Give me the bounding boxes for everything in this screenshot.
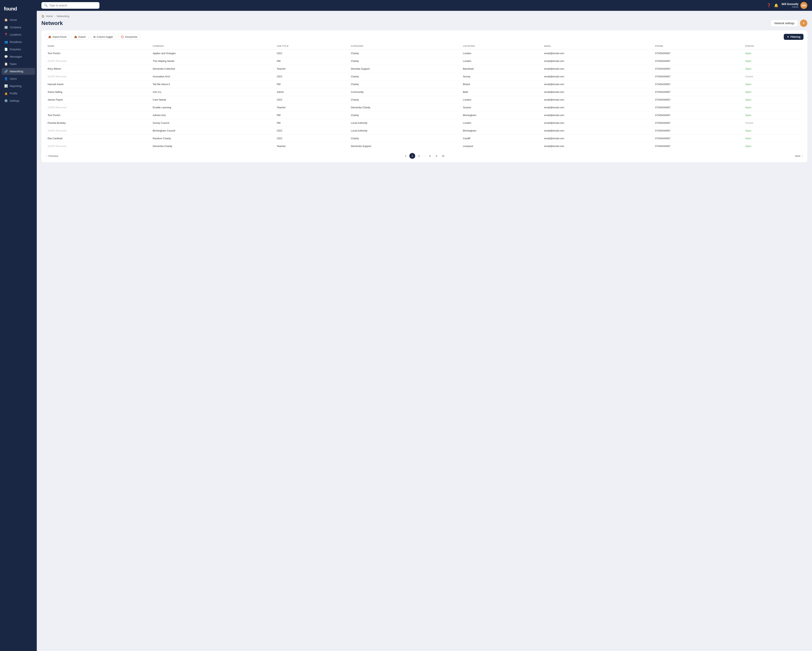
col-header-company: COMPANY [150, 43, 274, 49]
table-body: Tom PortchApples and OrangesCEOCharityLo… [45, 49, 803, 150]
table-row[interactable]: GDPR RemovedBirmingham CouncilCEOLocal A… [45, 127, 803, 135]
app-logo: found [0, 4, 37, 17]
sidebar-item-label: Enquiries [10, 48, 21, 51]
cell-job_title: Teacher [274, 142, 348, 150]
table-row[interactable]: Tom PortchAdmire ArtsPMCharityBirmingham… [45, 111, 803, 119]
cell-status: Open [743, 57, 803, 65]
cell-email: email@email.com [542, 73, 653, 81]
cell-phone: 07345434567 [653, 104, 743, 111]
cell-category: Charity [349, 111, 461, 119]
table-row[interactable]: Ella CardinaliRandom CharityCEOCharityCa… [45, 135, 803, 142]
sidebar-nav: 🏠Home🏢Company📍Locations👥Residents📄Enquir… [0, 17, 37, 104]
add-button[interactable]: + [800, 20, 807, 27]
table-row[interactable]: GDPR RemovedThe Helping HandsPMCharityLo… [45, 57, 803, 65]
cell-company: Care Needs [150, 96, 274, 104]
user-text: Will Donnelly Admin [781, 3, 798, 8]
table-row[interactable]: Tom PortchApples and OrangesCEOCharityLo… [45, 49, 803, 57]
search-box[interactable]: 🔍 [41, 2, 99, 9]
page-8[interactable]: 8 [427, 153, 433, 159]
sidebar-item-label: Settings [10, 99, 20, 102]
network-table: NAMECOMPANYJOB TITLECATEGORYLOCATIONEMAI… [45, 43, 803, 150]
sidebar-item-tasks[interactable]: 📋Tasks [2, 61, 35, 67]
cell-phone: 07345434567 [653, 142, 743, 150]
search-input[interactable] [49, 4, 97, 7]
anonymise-button[interactable]: 🚫 Anonymise [118, 34, 140, 40]
sidebar-item-networking[interactable]: 🔗Networking [2, 68, 35, 75]
table-row[interactable]: Aisha HallingArts Co.AdminCommunityBathe… [45, 88, 803, 96]
cell-email: email@email.com [542, 135, 653, 142]
sidebar-item-enquiries[interactable]: 📄Enquiries [2, 46, 35, 53]
cell-phone: 07345434567 [653, 135, 743, 142]
sidebar-item-label: Profile [10, 92, 17, 95]
cell-location: Surrey [461, 73, 542, 81]
cell-job_title: Admin [274, 88, 348, 96]
page-title: Network [41, 20, 63, 26]
filtering-button[interactable]: ▼ Filtering [784, 34, 803, 40]
col-header-job_title: JOB TITLE [274, 43, 348, 49]
cell-job_title: PM [274, 57, 348, 65]
tasks-icon: 📋 [4, 62, 8, 66]
cell-name: GDPR Removed [45, 127, 150, 135]
column-toggle-button[interactable]: ⊞ Column toggle [90, 34, 116, 40]
user-role: Admin [781, 6, 798, 8]
cell-email: email@email.com [542, 57, 653, 65]
cell-phone: 07345434567 [653, 127, 743, 135]
import-excel-button[interactable]: 📥 Import Excel [45, 34, 69, 40]
sidebar-item-reporting[interactable]: 📊Reporting [2, 82, 35, 90]
cell-category: Charity [349, 73, 461, 81]
cell-job_title: PM [274, 119, 348, 127]
cell-email: email@email.com [542, 49, 653, 57]
table-row[interactable]: Rory WilsonDementia CollectiveTeacherDem… [45, 65, 803, 73]
cell-job_title: CEO [274, 135, 348, 142]
page-1[interactable]: 1 [403, 153, 409, 159]
cell-category: Charity [349, 49, 461, 57]
cell-status: Open [743, 81, 803, 88]
page-2[interactable]: 2 [409, 153, 415, 159]
help-icon[interactable]: ❓ [767, 3, 771, 8]
locations-icon: 📍 [4, 33, 8, 37]
table-row[interactable]: James PayneCare NeedsCEOCharityLondonema… [45, 96, 803, 104]
sidebar-item-settings[interactable]: ⚙️Settings [2, 97, 35, 104]
table-row[interactable]: Hannah KarimTell Me About ItPMCharityBri… [45, 81, 803, 88]
bell-icon[interactable]: 🔔 [774, 3, 778, 8]
network-settings-button[interactable]: Network settings [771, 20, 798, 27]
enquiries-icon: 📄 [4, 47, 8, 51]
table-row[interactable]: GDPR RemovedErudite LearningTeacherDemen… [45, 104, 803, 111]
col-header-status: STATUS [743, 43, 803, 49]
cell-status: Open [743, 96, 803, 104]
pagination-next[interactable]: Next → [795, 154, 803, 157]
user-name: Will Donnelly [781, 3, 798, 6]
cell-status: Open [743, 142, 803, 150]
sidebar-item-label: Home [10, 18, 17, 21]
table-row[interactable]: GDPR RemovedDementia CharityTeacherDemen… [45, 142, 803, 150]
export-button[interactable]: 📤 Export [71, 34, 89, 40]
table-row[interactable]: GDPR RemovedInnovation ArchCEOCharitySur… [45, 73, 803, 81]
page-10[interactable]: 10 [440, 153, 446, 159]
table-row[interactable]: Pamela BuckleySurrey CouncilPMLocal Auth… [45, 119, 803, 127]
cell-location: London [461, 57, 542, 65]
cell-job_title: CEO [274, 96, 348, 104]
cell-job_title: CEO [274, 127, 348, 135]
sidebar-item-users[interactable]: 👤Users [2, 75, 35, 82]
home-icon: 🏠 [4, 18, 8, 22]
cell-category: Community [349, 88, 461, 96]
pagination-pages: 123...8910 [403, 153, 446, 159]
breadcrumb: 🏠 Home › Networking [41, 15, 807, 18]
sidebar-item-locations[interactable]: 📍Locations [2, 31, 35, 38]
breadcrumb-home[interactable]: Home [46, 15, 53, 18]
cell-status: Open [743, 111, 803, 119]
cell-status: Open [743, 88, 803, 96]
import-icon: 📥 [48, 35, 51, 38]
sidebar-item-home[interactable]: 🏠Home [2, 17, 35, 23]
pagination-previous[interactable]: ← Previous [45, 154, 58, 157]
cell-location: Birmingham [461, 127, 542, 135]
cell-name: GDPR Removed [45, 73, 150, 81]
sidebar-item-label: Networking [10, 70, 23, 73]
sidebar-item-profile[interactable]: 🙍Profile [2, 90, 35, 97]
page-3[interactable]: 3 [416, 153, 422, 159]
reporting-icon: 📊 [4, 84, 8, 88]
page-9[interactable]: 9 [433, 153, 440, 159]
sidebar-item-residents[interactable]: 👥Residents [2, 38, 35, 46]
sidebar-item-messages[interactable]: 💬Messages [2, 53, 35, 60]
sidebar-item-company[interactable]: 🏢Company [2, 24, 35, 31]
